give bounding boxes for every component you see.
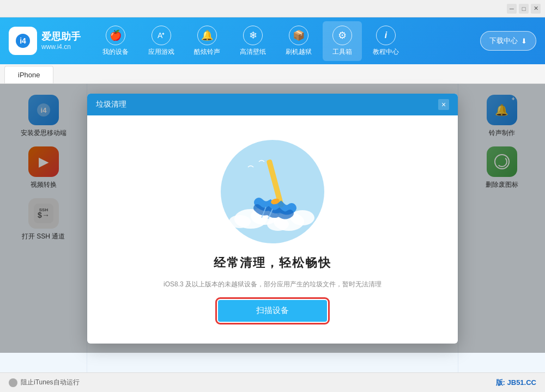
nav-item-jailbreak[interactable]: 📦 刷机越狱 xyxy=(277,21,320,61)
modal-body: 经常清理，轻松畅快 iOS8.3 及以上版本的未越狱设备，部分应用产生的垃圾文件… xyxy=(87,115,458,344)
scan-device-button[interactable]: 扫描设备 xyxy=(218,300,327,322)
nav-label-jailbreak: 刷机越狱 xyxy=(286,47,312,57)
apps-games-icon: A✦ xyxy=(152,26,171,45)
nav-label-tutorial: 教程中心 xyxy=(373,47,399,57)
header: i4 爱思助手 www.i4.cn 🍎 我的设备 A✦ 应用游戏 🔔 酷炫铃声 … xyxy=(0,17,545,64)
svg-point-14 xyxy=(229,215,251,228)
svg-point-16 xyxy=(290,210,314,225)
nav-label-my-device: 我的设备 xyxy=(102,47,129,57)
nav-label-apps-games: 应用游戏 xyxy=(148,47,174,57)
iphone-tab-label: iPhone xyxy=(18,71,40,79)
garbage-clean-modal: 垃圾清理 × xyxy=(87,94,458,344)
svg-point-17 xyxy=(267,218,289,231)
logo-text-area: 爱思助手 www.i4.cn xyxy=(41,31,81,51)
download-button[interactable]: 下载中心 ⬇ xyxy=(480,31,536,51)
modal-overlay: 垃圾清理 × xyxy=(0,84,545,353)
download-label: 下载中心 xyxy=(489,36,518,46)
jailbreak-icon: 📦 xyxy=(289,26,308,45)
main-content: i4 安装爱思移动端 ▶ 视频转换 SSH $→ 打开 SSH 通道 🔔 + xyxy=(0,84,545,372)
nav-item-wallpaper[interactable]: ❄ 高清壁纸 xyxy=(231,21,275,61)
nav-label-ringtones: 酷炫铃声 xyxy=(194,47,220,57)
maximize-button[interactable]: □ xyxy=(519,4,529,14)
minimize-button[interactable]: ─ xyxy=(507,4,517,14)
download-arrow-icon: ⬇ xyxy=(521,37,527,45)
modal-header: 垃圾清理 × xyxy=(87,94,458,115)
nav-label-toolbox: 工具箱 xyxy=(332,47,352,57)
logo-icon: i4 xyxy=(9,27,37,55)
tab-bar: iPhone xyxy=(0,64,545,84)
modal-description: iOS8.3 及以上版本的未越狱设备，部分应用产生的垃圾文件，暂时无法清理 xyxy=(164,280,382,289)
svg-text:i4: i4 xyxy=(20,36,26,45)
iphone-tab[interactable]: iPhone xyxy=(4,66,53,83)
svg-text:✦: ✦ xyxy=(161,32,165,36)
version-text: 版: JB51.CC xyxy=(496,378,536,388)
logo-name: 爱思助手 xyxy=(41,31,81,43)
status-text: 阻止iTunes自动运行 xyxy=(21,378,80,387)
logo-area: i4 爱思助手 www.i4.cn xyxy=(9,27,81,55)
close-button[interactable]: ✕ xyxy=(531,4,541,14)
title-bar: ─ □ ✕ xyxy=(0,0,545,17)
nav-label-wallpaper: 高清壁纸 xyxy=(240,47,266,57)
modal-main-title: 经常清理，轻松畅快 xyxy=(214,255,331,271)
nav-item-apps-games[interactable]: A✦ 应用游戏 xyxy=(140,21,183,61)
toolbox-icon: ⚙ xyxy=(332,26,352,45)
modal-close-button[interactable]: × xyxy=(438,99,449,110)
status-bar: 阻止iTunes自动运行 版: JB51.CC xyxy=(0,372,545,392)
nav-items: 🍎 我的设备 A✦ 应用游戏 🔔 酷炫铃声 ❄ 高清壁纸 📦 刷机越狱 ⚙ 工具… xyxy=(94,21,480,61)
nav-item-toolbox[interactable]: ⚙ 工具箱 xyxy=(323,21,362,61)
status-left: 阻止iTunes自动运行 xyxy=(9,378,80,387)
nav-item-ringtones[interactable]: 🔔 酷炫铃声 xyxy=(185,21,229,61)
wallpaper-icon: ❄ xyxy=(243,26,263,45)
ringtones-icon: 🔔 xyxy=(197,26,217,45)
status-indicator xyxy=(9,378,17,387)
modal-title: 垃圾清理 xyxy=(96,100,126,109)
logo-sub: www.i4.cn xyxy=(41,43,81,51)
nav-item-tutorial[interactable]: i 教程中心 xyxy=(364,21,408,61)
broom-illustration xyxy=(218,137,327,246)
nav-item-my-device[interactable]: 🍎 我的设备 xyxy=(94,21,137,61)
tutorial-icon: i xyxy=(376,26,396,45)
my-device-icon: 🍎 xyxy=(106,26,125,45)
